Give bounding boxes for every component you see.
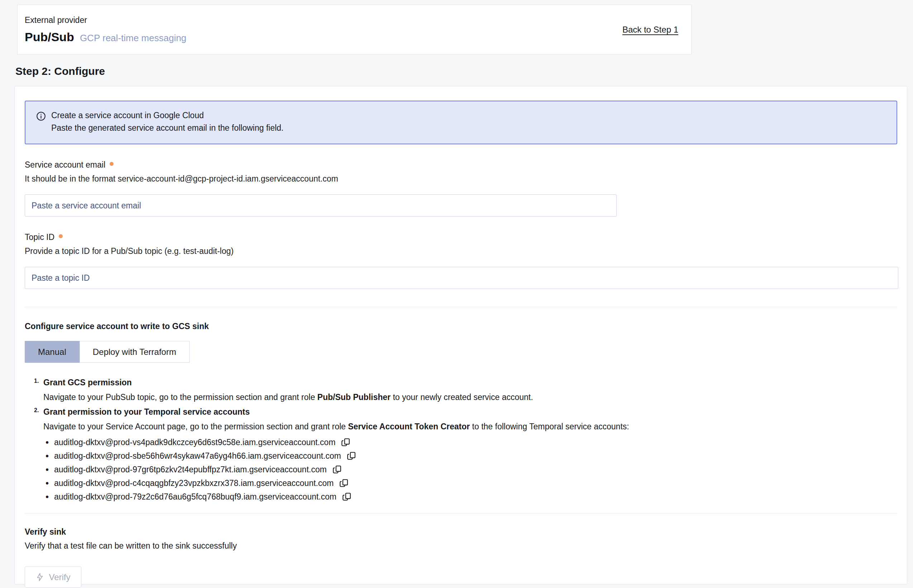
topic-id-input[interactable]: [25, 267, 898, 289]
info-icon: [36, 111, 46, 121]
provider-eyebrow: External provider: [25, 15, 186, 25]
step-item-2: 2. Grant permission to your Temporal ser…: [43, 407, 897, 501]
back-to-step1-link[interactable]: Back to Step 1: [622, 25, 678, 35]
provider-info: External provider Pub/Sub GCP real-time …: [25, 15, 186, 44]
configure-section-heading: Configure service account to write to GC…: [25, 321, 897, 331]
copy-icon[interactable]: [346, 451, 357, 461]
step-item-1: 1. Grant GCS permission Navigate to your…: [43, 378, 897, 402]
service-account-row: auditlog-dktxv@prod-c4cqaqgbfzy23vpzkbxz…: [54, 479, 897, 487]
step-body: Navigate to your Service Account page, g…: [43, 422, 897, 431]
step-number: 1.: [34, 378, 39, 384]
lightning-bolt-icon: [36, 573, 44, 582]
configure-tabs: Manual Deploy with Terraform: [25, 341, 897, 363]
step-number: 2.: [34, 407, 39, 414]
service-account-email: auditlog-dktxv@prod-sbe56h6wr4sykaw47a6y…: [54, 451, 341, 461]
service-account-email: auditlog-dktxv@prod-97gr6tp6zkv2t4epubff…: [54, 465, 327, 475]
required-indicator-dot: [59, 234, 63, 238]
verify-button[interactable]: Verify: [25, 567, 81, 588]
verify-button-label: Verify: [49, 572, 70, 582]
verify-sink-description: Verify that a test file can be written t…: [25, 541, 897, 551]
copy-icon[interactable]: [338, 478, 350, 488]
info-alert: Create a service account in Google Cloud…: [25, 101, 897, 144]
service-account-row: auditlog-dktxv@prod-vs4padk9dkczcey6d6st…: [54, 438, 897, 447]
step-title: Grant GCS permission: [43, 378, 897, 388]
service-account-email: auditlog-dktxv@prod-79z2c6d76au6g5fcq768…: [54, 492, 337, 502]
service-account-email-helper: It should be in the format service-accou…: [25, 174, 897, 184]
topic-id-helper: Provide a topic ID for a Pub/Sub topic (…: [25, 246, 897, 256]
section-divider: [25, 513, 897, 514]
service-account-row: auditlog-dktxv@prod-sbe56h6wr4sykaw47a6y…: [54, 452, 897, 460]
step-title: Grant permission to your Temporal servic…: [43, 407, 897, 417]
service-account-row: auditlog-dktxv@prod-97gr6tp6zkv2t4epubff…: [54, 465, 897, 474]
copy-icon[interactable]: [342, 491, 352, 502]
topic-id-label: Topic ID: [25, 233, 55, 242]
tab-manual[interactable]: Manual: [25, 341, 79, 363]
topic-id-field-group: Topic ID Provide a topic ID for a Pub/Su…: [25, 233, 897, 289]
step-body: Navigate to your PubSub topic, go to the…: [43, 393, 897, 402]
provider-subtitle: GCP real-time messaging: [80, 32, 186, 44]
alert-title: Create a service account in Google Cloud: [51, 111, 283, 120]
copy-icon[interactable]: [340, 437, 351, 447]
service-account-email-input[interactable]: [25, 194, 617, 216]
service-account-email: auditlog-dktxv@prod-vs4padk9dkczcey6d6st…: [54, 438, 335, 447]
page-title: Step 2: Configure: [15, 65, 105, 78]
copy-icon[interactable]: [332, 464, 343, 475]
role-name: Pub/Sub Publisher: [317, 393, 390, 402]
provider-card: External provider Pub/Sub GCP real-time …: [17, 5, 691, 55]
service-account-email: auditlog-dktxv@prod-c4cqaqgbfzy23vpzkbxz…: [54, 478, 333, 488]
required-indicator-dot: [110, 162, 113, 166]
service-account-email-label: Service account email: [25, 160, 105, 170]
alert-body: Paste the generated service account emai…: [51, 123, 283, 133]
service-account-row: auditlog-dktxv@prod-79z2c6d76au6g5fcq768…: [54, 493, 897, 501]
section-divider: [25, 307, 897, 307]
temporal-service-accounts-list: auditlog-dktxv@prod-vs4padk9dkczcey6d6st…: [43, 438, 897, 501]
manual-steps-list: 1. Grant GCS permission Navigate to your…: [25, 378, 897, 501]
tab-deploy-with-terraform[interactable]: Deploy with Terraform: [79, 341, 189, 363]
service-account-email-field-group: Service account email It should be in th…: [25, 160, 897, 216]
role-name: Service Account Token Creator: [348, 422, 470, 431]
configure-card: Create a service account in Google Cloud…: [15, 86, 907, 585]
provider-title: Pub/Sub: [25, 30, 74, 44]
verify-sink-heading: Verify sink: [25, 527, 897, 537]
